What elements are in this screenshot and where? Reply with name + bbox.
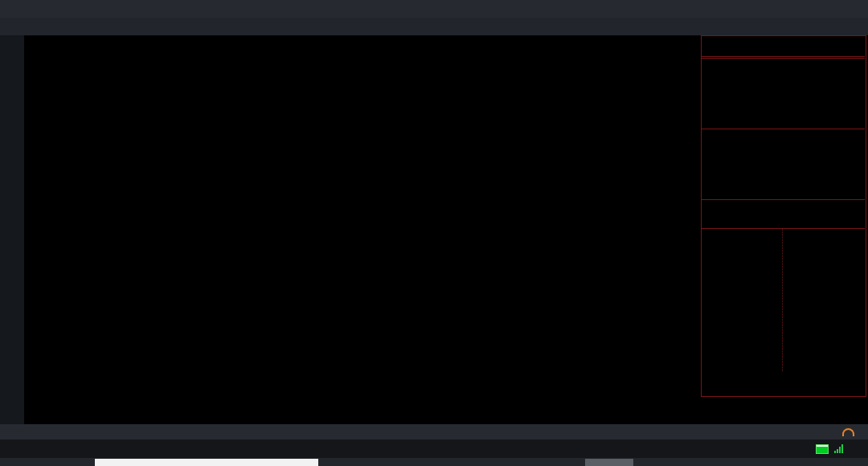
- signal-strength-icon: [834, 444, 843, 453]
- bottom-tab-bar: [0, 424, 868, 439]
- toolbar: [0, 18, 868, 35]
- online-service-button[interactable]: [842, 424, 858, 439]
- application-window: [0, 0, 868, 466]
- os-taskbar-sliver: [0, 458, 868, 466]
- headset-icon: [842, 428, 854, 436]
- tick-table-header: [701, 378, 865, 392]
- kline-chart[interactable]: [24, 50, 699, 424]
- chart-area[interactable]: [24, 35, 699, 424]
- quote-title: [701, 35, 865, 57]
- status-bar: [0, 439, 868, 458]
- market-monitor-icon[interactable]: [816, 444, 829, 454]
- taskbar-button[interactable]: [585, 459, 633, 466]
- left-sidebar: [0, 35, 24, 424]
- bid-book: [701, 129, 865, 129]
- title-bar: [0, 0, 868, 18]
- totals-book: [701, 199, 865, 200]
- stats-divider: [782, 228, 783, 371]
- quote-panel: [701, 35, 866, 424]
- taskbar-window-preview[interactable]: [95, 459, 318, 466]
- stats-grid: [701, 228, 865, 229]
- ask-book: [701, 58, 865, 59]
- quote-panel-frame: [701, 35, 866, 397]
